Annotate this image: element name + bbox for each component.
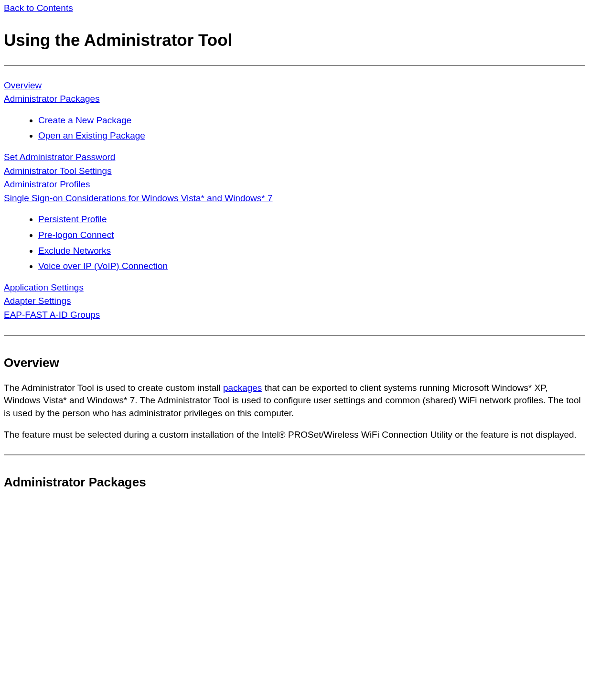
toc-block-3: Application Settings Adapter Settings EA… [4,281,585,322]
page-title: Using the Administrator Tool [4,28,585,52]
toc-admin-packages-link[interactable]: Administrator Packages [4,94,100,104]
admin-packages-heading: Administrator Packages [4,474,585,491]
list-item: Voice over IP (VoIP) Connection [38,260,585,273]
toc-admin-tool-settings-link[interactable]: Administrator Tool Settings [4,166,112,176]
list-item: Exclude Networks [38,245,585,258]
toc-create-package-link[interactable]: Create a New Package [38,115,131,125]
toc-adapter-settings-link[interactable]: Adapter Settings [4,296,71,306]
divider [4,335,585,336]
packages-inline-link[interactable]: packages [223,383,262,393]
overview-heading: Overview [4,354,585,371]
toc-single-sign-on-link[interactable]: Single Sign-on Considerations for Window… [4,193,273,203]
toc-packages-sublist: Create a New Package Open an Existing Pa… [4,114,585,142]
toc-open-package-link[interactable]: Open an Existing Package [38,130,145,140]
toc-prelogon-connect-link[interactable]: Pre-logon Connect [38,230,114,240]
toc-eap-fast-link[interactable]: EAP-FAST A-ID Groups [4,310,100,320]
toc-block-1: Overview Administrator Packages [4,79,585,106]
toc-block-2: Set Administrator Password Administrator… [4,151,585,205]
toc-overview-link[interactable]: Overview [4,80,42,90]
divider [4,65,585,66]
toc-set-admin-password-link[interactable]: Set Administrator Password [4,152,115,162]
list-item: Create a New Package [38,114,585,127]
list-item: Persistent Profile [38,213,585,226]
back-to-contents-link[interactable]: Back to Contents [4,2,73,15]
list-item: Open an Existing Package [38,129,585,142]
toc-admin-profiles-link[interactable]: Administrator Profiles [4,179,90,189]
toc-profiles-sublist: Persistent Profile Pre-logon Connect Exc… [4,213,585,272]
toc-voip-connection-link[interactable]: Voice over IP (VoIP) Connection [38,261,168,271]
toc-persistent-profile-link[interactable]: Persistent Profile [38,214,107,224]
divider [4,454,585,455]
overview-p1-pre: The Administrator Tool is used to create… [4,383,223,393]
toc-exclude-networks-link[interactable]: Exclude Networks [38,246,111,256]
overview-paragraph-2: The feature must be selected during a cu… [4,429,585,442]
toc-app-settings-link[interactable]: Application Settings [4,282,84,292]
overview-paragraph-1: The Administrator Tool is used to create… [4,382,585,420]
list-item: Pre-logon Connect [38,229,585,242]
